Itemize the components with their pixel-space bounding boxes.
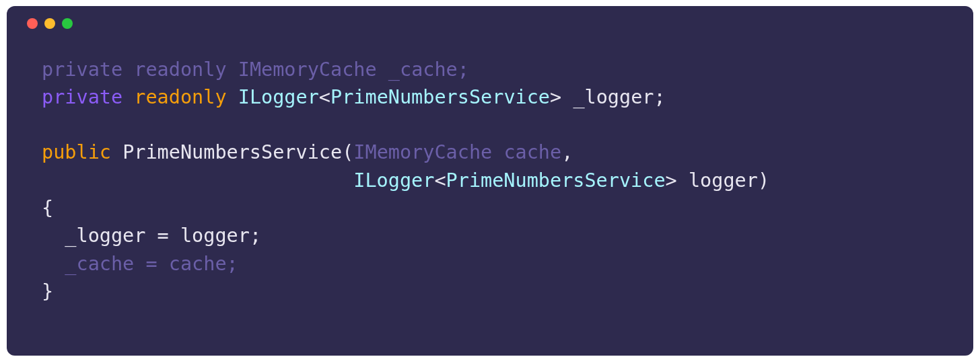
code-token: _logger [573, 86, 654, 108]
code-token: private [42, 86, 123, 108]
code-token: _logger [65, 225, 145, 247]
code-token: PrimeNumbersService [446, 169, 666, 192]
code-token: < [319, 86, 330, 108]
code-token: = [134, 253, 168, 275]
code-token: ILogger [238, 86, 319, 108]
code-token: private [42, 58, 123, 81]
code-token: ; [458, 58, 469, 81]
code-token: PrimeNumbersService [330, 86, 550, 108]
code-indent [42, 169, 353, 192]
code-token: readonly [134, 86, 226, 108]
code-indent [42, 225, 65, 247]
code-token: cache [503, 141, 561, 163]
minimize-icon[interactable] [44, 18, 55, 29]
code-token: ; [227, 253, 238, 275]
close-icon[interactable] [27, 18, 38, 29]
code-indent [42, 253, 65, 275]
code-token: = [145, 225, 180, 247]
code-token: } [42, 280, 53, 303]
code-token: , [561, 141, 573, 163]
code-token: IMemoryCache [353, 141, 492, 163]
code-token: ) [758, 169, 769, 192]
code-token: cache [169, 253, 227, 275]
code-token: { [42, 197, 53, 219]
code-window: private readonly IMemoryCache _cache; pr… [7, 6, 973, 356]
code-token: PrimeNumbersService [123, 141, 342, 163]
code-token: logger [180, 225, 250, 247]
code-token: ILogger [353, 169, 434, 192]
code-token: ( [342, 141, 353, 163]
window-titlebar [23, 18, 957, 29]
code-token: _cache [65, 253, 134, 275]
code-token: public [42, 141, 111, 163]
code-token: < [434, 169, 446, 192]
code-token: readonly [134, 58, 226, 81]
code-token: ; [250, 225, 261, 247]
code-block: private readonly IMemoryCache _cache; pr… [23, 56, 957, 306]
code-token: > [550, 86, 561, 108]
code-token: logger [689, 169, 758, 192]
code-token: IMemoryCache [238, 58, 377, 81]
code-token: ; [654, 86, 665, 108]
code-token: _cache [388, 58, 458, 81]
code-token: > [666, 169, 677, 192]
maximize-icon[interactable] [62, 18, 73, 29]
